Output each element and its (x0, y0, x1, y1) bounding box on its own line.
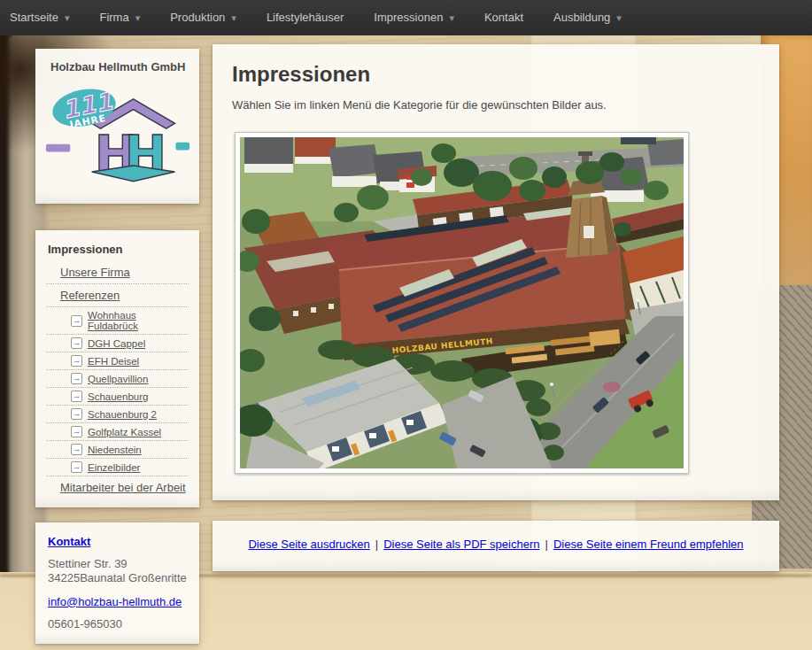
menu-row: Referenzen (46, 284, 189, 307)
email-link[interactable]: info@holzbau-hellmuth.de (48, 595, 182, 608)
aerial-photo-illustration: HOLZBAU HELLMUTH (240, 137, 684, 468)
sidebar-item-referenzen[interactable]: Referenzen (60, 289, 120, 302)
arrow-right-icon (71, 355, 82, 367)
nav-item-label: Produktion (170, 11, 225, 24)
address-line: 34225Baunatal Großenritte (48, 571, 187, 585)
sidebar-item-mitarbeiter[interactable]: Mitarbeiter bei der Arbeit (60, 481, 186, 494)
arrow-right-icon (71, 373, 82, 384)
sidebar-subitem-niedenstein[interactable]: Niedenstein (88, 445, 142, 455)
menu-row: Unsere Firma (46, 261, 189, 284)
phone-number: 05601-965030 (48, 617, 187, 631)
nav-item-lifestylehaeuser[interactable]: Lifestylehäuser (251, 0, 359, 35)
sidebar-subitem-quellpavillion[interactable]: Quellpavillion (88, 374, 148, 384)
main-content-panel: Impressionen Wählen Sie im linken Menü d… (213, 44, 779, 500)
arrow-right-icon (71, 426, 82, 437)
menu-row: EFH Deisel (46, 352, 189, 370)
address-line: Stettiner Str. 39 (48, 557, 187, 571)
sidebar-subitem-schauenburg[interactable]: Schauenburg (88, 391, 148, 402)
nav-item-label: Kontakt (484, 11, 523, 24)
arrow-right-icon (71, 444, 82, 455)
nav-item-label: Lifestylehäuser (267, 11, 344, 24)
main-navigation: Startseite Firma Produktion Lifestylehäu… (0, 0, 812, 35)
menu-row: Niedenstein (46, 441, 189, 459)
nav-item-label: Ausbildung (553, 11, 610, 24)
chevron-down-icon (129, 11, 141, 24)
logo-dash-left (45, 144, 69, 152)
contact-box: Kontakt Stettiner Str. 39 34225Baunatal … (35, 522, 199, 644)
arrow-right-icon (71, 391, 82, 402)
chevron-down-icon (225, 11, 236, 24)
menu-row: Schauenburg (46, 388, 189, 406)
page-intro: Wählen Sie im linken Menü die Kategorie … (232, 98, 779, 112)
menu-row: Quellpavillion (46, 370, 189, 388)
sidebar-item-unsere-firma[interactable]: Unsere Firma (60, 266, 130, 279)
contact-link[interactable]: Kontakt (48, 535, 90, 548)
company-logo: H H 111 JAHRE (44, 79, 191, 187)
nav-item-label: Firma (99, 11, 128, 24)
nav-item-kontakt[interactable]: Kontakt (469, 0, 538, 35)
brand-title: Holzbau Hellmuth GmbH (35, 49, 199, 75)
menu-row: Einzelbilder (46, 459, 189, 476)
sidebar-subitem-efh-deisel[interactable]: EFH Deisel (88, 356, 139, 367)
page-title: Impressionen (232, 62, 779, 87)
arrow-right-icon (71, 315, 82, 327)
arrow-right-icon (71, 408, 82, 420)
save-pdf-link[interactable]: Diese Seite als PDF speichern (383, 538, 539, 551)
sidebar-menu: Impressionen Unsere Firma Referenzen Woh… (35, 230, 199, 507)
separator: | (375, 538, 378, 551)
recommend-link[interactable]: Diese Seite einem Freund empfehlen (553, 538, 744, 551)
nav-item-startseite[interactable]: Startseite (0, 0, 84, 35)
footer-links-panel: Diese Seite ausdrucken|Diese Seite als P… (213, 521, 779, 571)
chevron-down-icon (443, 11, 454, 24)
menu-row: DGH Cappel (46, 335, 189, 352)
arrow-right-icon (71, 337, 82, 349)
sidebar-subitem-wohnhaus-fuldabrueck[interactable]: Wohnhaus Fuldabrück (88, 310, 189, 331)
nav-item-label: Impressionen (374, 11, 443, 24)
menu-row: Wohnhaus Fuldabrück (46, 307, 189, 335)
sidebar-subitem-einzelbilder[interactable]: Einzelbilder (88, 462, 140, 473)
arrow-right-icon (71, 461, 82, 473)
logo-dash-right (175, 143, 189, 151)
nav-item-label: Startseite (10, 11, 58, 24)
nav-item-ausbildung[interactable]: Ausbildung (538, 0, 637, 35)
brand-box: Holzbau Hellmuth GmbH H H 111 JAHRE (35, 49, 199, 204)
nav-item-firma[interactable]: Firma (84, 0, 155, 35)
chevron-down-icon (610, 11, 622, 24)
menu-row: Golfplatz Kassel (46, 423, 189, 441)
menu-row: Schauenburg 2 (46, 406, 189, 423)
menu-row: Mitarbeiter bei der Arbeit (46, 476, 189, 499)
sidebar-subitem-dgh-cappel[interactable]: DGH Cappel (88, 338, 145, 349)
nav-item-impressionen[interactable]: Impressionen (359, 0, 469, 35)
separator: | (545, 538, 548, 551)
print-page-link[interactable]: Diese Seite ausdrucken (248, 538, 369, 551)
sidebar-subitem-golfplatz-kassel[interactable]: Golfplatz Kassel (88, 427, 161, 437)
sidebar-menu-header: Impressionen (46, 241, 189, 261)
aerial-photo: HOLZBAU HELLMUTH (235, 132, 689, 474)
nav-item-produktion[interactable]: Produktion (155, 0, 251, 35)
chevron-down-icon (58, 11, 70, 24)
sidebar-subitem-schauenburg-2[interactable]: Schauenburg 2 (88, 409, 157, 420)
